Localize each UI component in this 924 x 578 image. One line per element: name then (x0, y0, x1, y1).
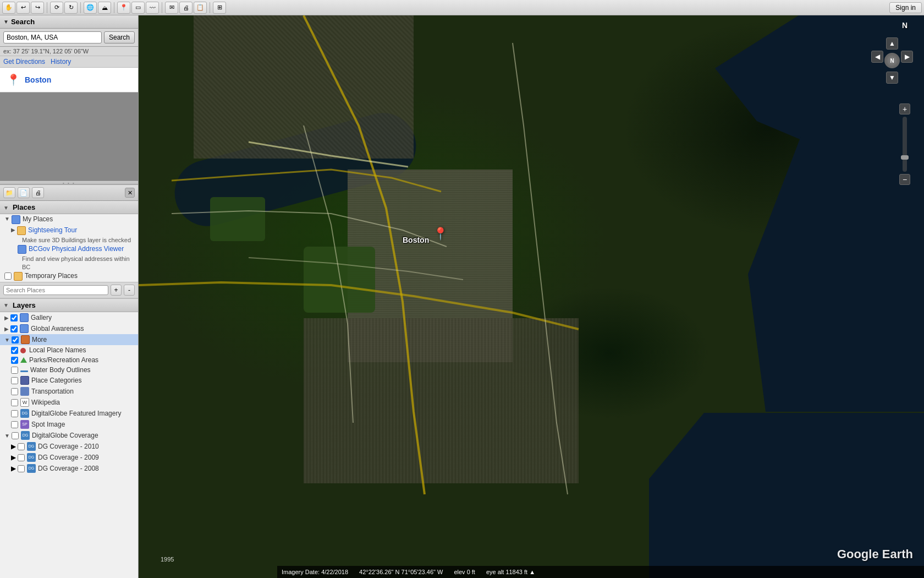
water-checkbox[interactable] (11, 367, 18, 374)
sign-in-button[interactable]: Sign in (889, 2, 922, 13)
terrain-btn[interactable]: ⛰ (98, 2, 111, 14)
water-line-icon (20, 370, 28, 372)
layer-item-wikipedia[interactable]: W Wikipedia (7, 397, 138, 408)
more-folder-icon (21, 335, 30, 344)
places-collapse-arrow[interactable]: ▼ (3, 205, 9, 211)
temporary-label: Temporary Places (25, 272, 78, 280)
reset-north-btn[interactable]: ⟳ (50, 2, 63, 14)
sightseeing-desc: Make sure 3D Buildings layer is checked (22, 236, 138, 244)
road-network (139, 15, 924, 578)
nav-down-btn[interactable]: ▼ (886, 72, 898, 84)
places-item-myplaces[interactable]: ▼ My Places (0, 214, 138, 225)
dg-coverage-folder-icon: DG (21, 431, 30, 440)
temporary-folder-icon (14, 272, 23, 281)
places-item-sightseeing[interactable]: ▶ Sightseeing Tour (7, 225, 138, 236)
layer-item-transport[interactable]: Transportation (7, 386, 138, 397)
zoom-in-btn[interactable]: + (899, 103, 910, 114)
wikipedia-checkbox[interactable] (11, 399, 18, 406)
search-collapse-arrow[interactable]: ▼ (3, 19, 9, 25)
layer-item-global[interactable]: ▶ Global Awareness (0, 323, 138, 334)
places-item-bcgov[interactable]: BCGov Physical Address Viewer (7, 244, 138, 255)
categories-checkbox[interactable] (11, 377, 18, 384)
water-label: Water Body Outlines (30, 366, 91, 374)
gallery-checkbox[interactable] (10, 314, 18, 321)
email-btn[interactable]: ✉ (165, 2, 178, 14)
dg2010-checkbox[interactable] (18, 443, 25, 450)
places-add-btn[interactable]: + (111, 285, 122, 296)
panel-resize-handle[interactable]: • • • (0, 181, 138, 185)
temporary-checkbox[interactable] (4, 272, 12, 280)
transport-checkbox[interactable] (11, 388, 18, 395)
local-names-dot-icon (20, 348, 26, 353)
search-result-item[interactable]: 📍 Boston (0, 68, 138, 92)
more-checkbox[interactable] (12, 336, 19, 343)
bcgov-link[interactable]: BCGov Physical Address Viewer (29, 245, 124, 253)
layer-item-local-names[interactable]: Local Place Names (7, 345, 138, 355)
dg2009-checkbox[interactable] (18, 454, 25, 461)
dg-coverage-arrow-icon: ▼ (4, 433, 10, 439)
nav-up-btn[interactable]: ▲ (886, 37, 898, 50)
undo-btn[interactable]: ↩ (16, 2, 30, 14)
search-button[interactable]: Search (104, 31, 135, 43)
myplaces-arrow-icon: ▼ (4, 216, 10, 222)
panel-close-btn[interactable]: ✕ (125, 188, 135, 198)
wikipedia-icon: W (20, 398, 29, 407)
tour-btn[interactable]: 🌐 (84, 2, 97, 14)
dg-coverage-label: DigitalGlobe Coverage (32, 432, 98, 439)
dg-coverage-checkbox[interactable] (12, 432, 19, 439)
global-checkbox[interactable] (10, 325, 18, 332)
path-btn[interactable]: 〰 (146, 2, 159, 14)
sightseeing-link[interactable]: Sightseeing Tour (28, 226, 77, 234)
redo-btn[interactable]: ↪ (31, 2, 44, 14)
sep4 (162, 2, 162, 13)
layer-item-categories[interactable]: Place Categories (7, 375, 138, 386)
zoom-out-btn[interactable]: − (899, 174, 910, 185)
parks-label: Parks/Recreation Areas (29, 356, 98, 364)
placemark-btn[interactable]: 📍 (117, 2, 130, 14)
layer-item-dg-featured[interactable]: DG DigitalGlobe Featured Imagery (7, 408, 138, 419)
lat-lon-status: 42°22'36.26" N 71°05'23.46" W (359, 569, 443, 575)
dg2008-checkbox[interactable] (18, 465, 25, 472)
measure-btn[interactable]: ⊞ (213, 2, 226, 14)
places-search-input[interactable] (3, 285, 108, 295)
history-link[interactable]: History (51, 58, 71, 66)
print-btn[interactable]: 🖨 (179, 2, 193, 14)
layer-item-dg2010[interactable]: ▶ DG DG Coverage - 2010 (7, 441, 138, 452)
local-names-checkbox[interactable] (11, 347, 18, 354)
nav-left-btn[interactable]: ◀ (871, 51, 883, 63)
places-item-temporary[interactable]: Temporary Places (0, 271, 138, 282)
polygon-btn[interactable]: ▭ (131, 2, 145, 14)
nav-right-btn[interactable]: ▶ (901, 51, 913, 63)
copy-btn[interactable]: 📋 (194, 2, 207, 14)
nav-compass[interactable]: N (884, 53, 900, 68)
move-tool-btn[interactable]: ✋ (2, 2, 15, 14)
layer-item-dg2009[interactable]: ▶ DG DG Coverage - 2009 (7, 452, 138, 463)
layer-item-water[interactable]: Water Body Outlines (7, 365, 138, 375)
zoom-track[interactable] (903, 117, 907, 172)
refresh-btn[interactable]: ↻ (64, 2, 78, 14)
layer-item-more[interactable]: ▼ More (0, 334, 138, 345)
dg2010-arrow-spacer: ▶ (11, 443, 18, 450)
dg-featured-checkbox[interactable] (11, 410, 18, 417)
layer-item-dg-coverage[interactable]: ▼ DG DigitalGlobe Coverage (0, 430, 138, 441)
dg2009-arrow-spacer: ▶ (11, 454, 18, 461)
zoom-thumb[interactable] (901, 155, 909, 160)
search-bar: Boston, MA, USA Search (0, 29, 138, 47)
layer-item-parks[interactable]: Parks/Recreation Areas (7, 355, 138, 365)
layer-item-gallery[interactable]: ▶ Gallery (0, 312, 138, 323)
layers-collapse-arrow[interactable]: ▼ (3, 302, 9, 308)
map-area[interactable]: Boston 📍 N ▲ ◀ N ▶ ▼ + − Google Earth 19… (139, 15, 924, 578)
add-folder-btn[interactable]: 📁 (3, 187, 15, 198)
layer-item-spot[interactable]: SP Spot Image (7, 419, 138, 430)
parks-checkbox[interactable] (11, 357, 18, 364)
imagery-date-status: Imagery Date: 4/22/2018 (282, 569, 348, 575)
search-input[interactable]: Boston, MA, USA (3, 31, 102, 43)
places-remove-btn[interactable]: - (124, 285, 135, 296)
sep5 (210, 2, 210, 13)
print-places-btn[interactable]: 🖨 (32, 187, 44, 198)
places-search-bar: + - (0, 282, 138, 298)
add-doc-btn[interactable]: 📄 (18, 187, 30, 198)
get-directions-link[interactable]: Get Directions (3, 58, 45, 66)
layer-item-dg2008[interactable]: ▶ DG DG Coverage - 2008 (7, 463, 138, 474)
spot-checkbox[interactable] (11, 421, 18, 428)
